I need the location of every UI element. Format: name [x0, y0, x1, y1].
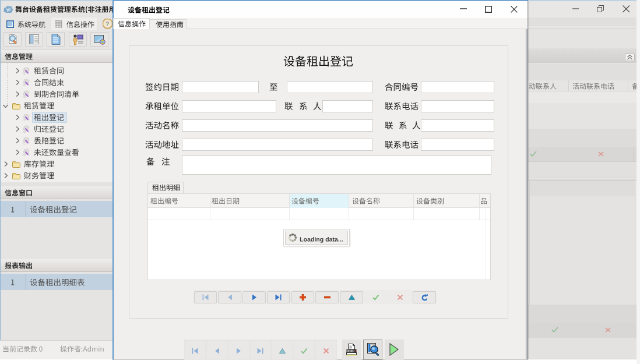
svg-text:?: ? [106, 20, 110, 27]
